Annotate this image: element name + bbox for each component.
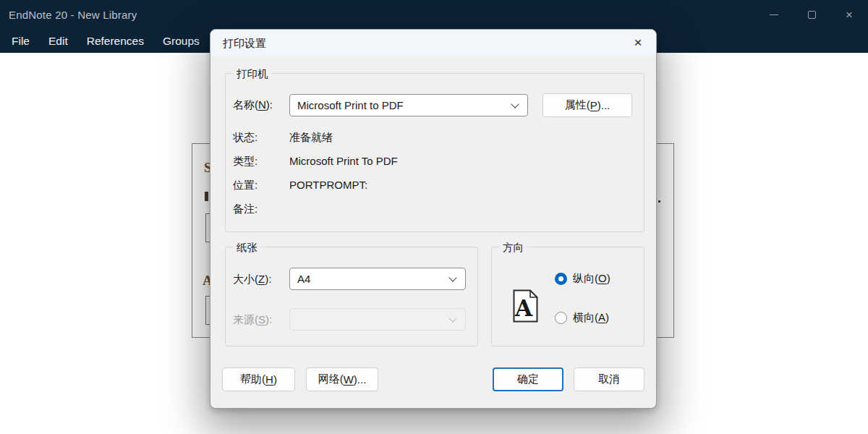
printer-name-value: Microsoft Print to PDF: [297, 95, 404, 116]
paper-group: 纸张 大小(Z): A4 来源(S):: [225, 247, 478, 346]
paper-size-label: 大小(Z):: [233, 272, 271, 286]
orientation-group-label: 方向: [499, 240, 527, 255]
portrait-radio-label[interactable]: 纵向(O): [573, 271, 610, 286]
paper-source-label: 来源(S):: [233, 312, 272, 327]
cancel-button[interactable]: 取消: [574, 367, 644, 391]
printer-name-label: 名称(N):: [233, 98, 273, 112]
printer-group: 打印机 名称(N): Microsoft Print to PDF 属性(P).…: [225, 73, 644, 232]
network-button[interactable]: 网络(W)...: [306, 367, 378, 391]
location-label: 位置:: [233, 178, 258, 192]
type-value: Microsoft Print To PDF: [289, 154, 398, 169]
svg-text:A: A: [514, 295, 533, 321]
print-setup-dialog: 打印设置 × 打印机 名称(N): Microsoft Print to PDF…: [210, 29, 657, 409]
close-icon: ×: [634, 35, 642, 51]
chevron-down-icon: [448, 273, 456, 281]
status-label: 状态:: [233, 130, 258, 145]
help-button[interactable]: 帮助(H): [222, 367, 295, 391]
printer-name-select[interactable]: Microsoft Print to PDF: [289, 94, 528, 116]
orientation-group: 方向 A 纵向(O) 横向(A): [491, 247, 644, 346]
dialog-titlebar: 打印设置 ×: [210, 30, 656, 56]
dialog-title: 打印设置: [223, 30, 266, 56]
close-window-button[interactable]: ×: [830, 0, 868, 29]
printer-group-label: 打印机: [233, 67, 272, 81]
menu-groups[interactable]: Groups: [153, 29, 209, 53]
landscape-radio-label[interactable]: 横向(A): [573, 310, 609, 325]
chevron-down-icon: [448, 314, 456, 322]
close-icon: ×: [846, 9, 853, 21]
menu-file[interactable]: File: [2, 29, 39, 53]
paper-group-label: 纸张: [233, 240, 261, 255]
window-title: EndNote 20 - New Library: [9, 0, 137, 29]
type-label: 类型:: [233, 154, 258, 169]
paper-source-select: [289, 308, 466, 331]
window-controls: ×: [755, 0, 868, 29]
portrait-page-icon: A: [513, 289, 538, 323]
maximize-icon: [808, 11, 816, 19]
status-value: 准备就绪: [289, 130, 333, 145]
background-text-fragment: [205, 192, 208, 201]
minimize-button[interactable]: [755, 0, 793, 29]
background-text-fragment: [658, 200, 660, 203]
properties-button[interactable]: 属性(P)...: [542, 93, 632, 117]
paper-size-select[interactable]: A4: [289, 268, 466, 290]
chevron-down-icon: [511, 100, 519, 108]
comment-label: 备注:: [233, 202, 258, 216]
minimize-icon: [770, 14, 778, 15]
ok-button[interactable]: 确定: [493, 367, 563, 391]
location-value: PORTPROMPT:: [289, 178, 367, 192]
portrait-radio[interactable]: [555, 273, 567, 285]
maximize-button[interactable]: [793, 0, 830, 29]
menu-bar: File Edit References Groups: [2, 29, 209, 53]
landscape-radio[interactable]: [555, 312, 567, 324]
menu-references[interactable]: References: [77, 29, 153, 53]
paper-size-value: A4: [297, 268, 310, 289]
dialog-close-button[interactable]: ×: [627, 33, 649, 53]
menu-edit[interactable]: Edit: [39, 29, 77, 53]
